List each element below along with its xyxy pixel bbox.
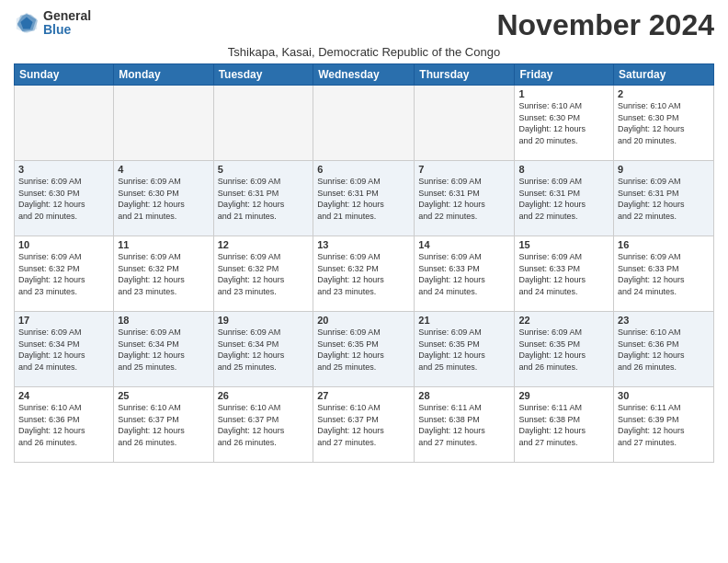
page: General Blue November 2024 Tshikapa, Kas… [0,0,728,563]
logo-text: General Blue [43,9,91,38]
day-number: 26 [218,390,310,401]
day-number: 13 [317,239,410,250]
logo-blue-text: Blue [43,23,91,37]
logo-icon [14,10,40,36]
day-info: Sunrise: 6:09 AM Sunset: 6:34 PM Dayligh… [18,327,109,373]
calendar-cell: 2Sunrise: 6:10 AM Sunset: 6:30 PM Daylig… [614,86,714,161]
day-number: 10 [18,239,109,250]
calendar-cell: 30Sunrise: 6:11 AM Sunset: 6:39 PM Dayli… [614,387,714,463]
day-info: Sunrise: 6:09 AM Sunset: 6:32 PM Dayligh… [317,251,410,297]
day-number: 30 [618,390,710,401]
calendar-cell: 19Sunrise: 6:09 AM Sunset: 6:34 PM Dayli… [213,312,313,387]
calendar-cell [313,86,415,161]
calendar-cell: 26Sunrise: 6:10 AM Sunset: 6:37 PM Dayli… [213,387,313,463]
calendar-week-4: 17Sunrise: 6:09 AM Sunset: 6:34 PM Dayli… [15,312,714,387]
day-info: Sunrise: 6:09 AM Sunset: 6:33 PM Dayligh… [618,251,710,297]
calendar-week-5: 24Sunrise: 6:10 AM Sunset: 6:36 PM Dayli… [15,387,714,463]
weekday-header-tuesday: Tuesday [213,64,313,86]
day-number: 27 [317,390,410,401]
day-info: Sunrise: 6:10 AM Sunset: 6:36 PM Dayligh… [618,327,710,373]
day-info: Sunrise: 6:09 AM Sunset: 6:31 PM Dayligh… [618,176,710,222]
day-number: 21 [418,315,510,326]
day-info: Sunrise: 6:09 AM Sunset: 6:31 PM Dayligh… [518,176,609,222]
calendar-cell: 11Sunrise: 6:09 AM Sunset: 6:32 PM Dayli… [114,236,213,312]
day-number: 28 [418,390,510,401]
day-number: 9 [618,164,710,175]
day-number: 5 [218,164,310,175]
day-number: 4 [118,164,209,175]
day-info: Sunrise: 6:10 AM Sunset: 6:37 PM Dayligh… [118,402,209,448]
calendar-cell: 3Sunrise: 6:09 AM Sunset: 6:30 PM Daylig… [15,161,114,236]
day-info: Sunrise: 6:09 AM Sunset: 6:35 PM Dayligh… [418,327,510,373]
calendar-cell: 9Sunrise: 6:09 AM Sunset: 6:31 PM Daylig… [614,161,714,236]
day-number: 1 [518,88,609,99]
month-title: November 2024 [496,9,714,41]
header: General Blue November 2024 [14,9,714,41]
day-number: 18 [118,315,209,326]
calendar-week-3: 10Sunrise: 6:09 AM Sunset: 6:32 PM Dayli… [15,236,714,312]
day-info: Sunrise: 6:09 AM Sunset: 6:31 PM Dayligh… [418,176,510,222]
calendar-cell: 27Sunrise: 6:10 AM Sunset: 6:37 PM Dayli… [313,387,415,463]
day-number: 3 [18,164,109,175]
calendar-cell: 12Sunrise: 6:09 AM Sunset: 6:32 PM Dayli… [213,236,313,312]
day-number: 11 [118,239,209,250]
day-number: 23 [618,315,710,326]
day-info: Sunrise: 6:10 AM Sunset: 6:37 PM Dayligh… [218,402,310,448]
subtitle: Tshikapa, Kasai, Democratic Republic of … [14,45,714,59]
weekday-header-row: SundayMondayTuesdayWednesdayThursdayFrid… [15,64,714,86]
calendar-cell: 21Sunrise: 6:09 AM Sunset: 6:35 PM Dayli… [415,312,515,387]
calendar-week-1: 1Sunrise: 6:10 AM Sunset: 6:30 PM Daylig… [15,86,714,161]
day-info: Sunrise: 6:11 AM Sunset: 6:38 PM Dayligh… [518,402,609,448]
day-number: 20 [317,315,410,326]
calendar-cell: 16Sunrise: 6:09 AM Sunset: 6:33 PM Dayli… [614,236,714,312]
weekday-header-friday: Friday [515,64,614,86]
calendar-cell: 23Sunrise: 6:10 AM Sunset: 6:36 PM Dayli… [614,312,714,387]
day-number: 8 [518,164,609,175]
day-info: Sunrise: 6:10 AM Sunset: 6:30 PM Dayligh… [618,100,710,146]
calendar-cell: 13Sunrise: 6:09 AM Sunset: 6:32 PM Dayli… [313,236,415,312]
calendar-cell: 15Sunrise: 6:09 AM Sunset: 6:33 PM Dayli… [515,236,614,312]
calendar-cell: 7Sunrise: 6:09 AM Sunset: 6:31 PM Daylig… [415,161,515,236]
weekday-header-wednesday: Wednesday [313,64,415,86]
calendar-cell [213,86,313,161]
day-info: Sunrise: 6:09 AM Sunset: 6:35 PM Dayligh… [518,327,609,373]
weekday-header-sunday: Sunday [15,64,114,86]
weekday-header-thursday: Thursday [415,64,515,86]
day-info: Sunrise: 6:09 AM Sunset: 6:30 PM Dayligh… [18,176,109,222]
weekday-header-saturday: Saturday [614,64,714,86]
logo: General Blue [14,9,91,38]
calendar-table: SundayMondayTuesdayWednesdayThursdayFrid… [14,63,714,463]
calendar-cell: 28Sunrise: 6:11 AM Sunset: 6:38 PM Dayli… [415,387,515,463]
calendar-cell: 17Sunrise: 6:09 AM Sunset: 6:34 PM Dayli… [15,312,114,387]
logo-general-text: General [43,9,91,23]
day-number: 29 [518,390,609,401]
day-info: Sunrise: 6:10 AM Sunset: 6:30 PM Dayligh… [518,100,609,146]
day-info: Sunrise: 6:09 AM Sunset: 6:34 PM Dayligh… [118,327,209,373]
day-number: 25 [118,390,209,401]
calendar-cell: 1Sunrise: 6:10 AM Sunset: 6:30 PM Daylig… [515,86,614,161]
day-number: 6 [317,164,410,175]
day-number: 7 [418,164,510,175]
weekday-header-monday: Monday [114,64,213,86]
day-info: Sunrise: 6:10 AM Sunset: 6:36 PM Dayligh… [18,402,109,448]
calendar-cell: 24Sunrise: 6:10 AM Sunset: 6:36 PM Dayli… [15,387,114,463]
day-info: Sunrise: 6:09 AM Sunset: 6:33 PM Dayligh… [418,251,510,297]
calendar-cell [15,86,114,161]
calendar-cell: 6Sunrise: 6:09 AM Sunset: 6:31 PM Daylig… [313,161,415,236]
title-section: November 2024 [496,9,714,41]
calendar-week-2: 3Sunrise: 6:09 AM Sunset: 6:30 PM Daylig… [15,161,714,236]
calendar-cell: 5Sunrise: 6:09 AM Sunset: 6:31 PM Daylig… [213,161,313,236]
day-info: Sunrise: 6:10 AM Sunset: 6:37 PM Dayligh… [317,402,410,448]
day-number: 24 [18,390,109,401]
calendar-cell [415,86,515,161]
day-info: Sunrise: 6:11 AM Sunset: 6:38 PM Dayligh… [418,402,510,448]
calendar-cell: 10Sunrise: 6:09 AM Sunset: 6:32 PM Dayli… [15,236,114,312]
calendar-cell: 14Sunrise: 6:09 AM Sunset: 6:33 PM Dayli… [415,236,515,312]
day-number: 2 [618,88,710,99]
calendar-cell: 29Sunrise: 6:11 AM Sunset: 6:38 PM Dayli… [515,387,614,463]
day-info: Sunrise: 6:09 AM Sunset: 6:32 PM Dayligh… [118,251,209,297]
day-info: Sunrise: 6:09 AM Sunset: 6:32 PM Dayligh… [18,251,109,297]
day-info: Sunrise: 6:09 AM Sunset: 6:34 PM Dayligh… [218,327,310,373]
calendar-cell: 18Sunrise: 6:09 AM Sunset: 6:34 PM Dayli… [114,312,213,387]
day-info: Sunrise: 6:09 AM Sunset: 6:30 PM Dayligh… [118,176,209,222]
